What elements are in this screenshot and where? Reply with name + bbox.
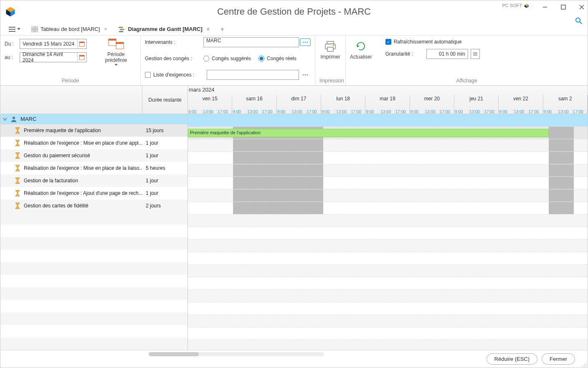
timeline-row [188, 227, 588, 240]
task-row[interactable]: Réalisation de l'exigence : Ajout d'une … [0, 187, 188, 199]
task-row[interactable]: Gestion de la facturation1 jour [0, 174, 188, 187]
gantt-bar[interactable]: Première maquette de l'application [188, 129, 549, 137]
gantt-body: MARC Première maquette de l'application1… [0, 114, 588, 350]
auto-refresh-label: Rafraîchissement automatique [394, 39, 462, 45]
intervenants-more-button[interactable]: ⋯ [300, 38, 311, 46]
task-row[interactable]: Gestion du paiement sécurisé1 jour [0, 149, 188, 162]
timeline-row [188, 240, 588, 252]
timeline-row [188, 290, 588, 302]
svg-rect-24 [327, 41, 334, 44]
hour-label: 17:00 [439, 110, 454, 114]
hour-label: 17:00 [484, 110, 498, 114]
svg-point-37 [585, 366, 586, 367]
from-date-input[interactable]: Vendredi 15 Mars 2024 [20, 39, 87, 49]
task-row[interactable]: Gestion des cartes de fidélité2 jours [0, 199, 188, 212]
footer: Réduire (ESC) Fermer [0, 350, 588, 368]
person-icon [10, 116, 17, 123]
tab-dashboard[interactable]: Tableau de bord [MARC] × [29, 24, 111, 34]
print-button[interactable]: Imprimer [320, 37, 340, 76]
hour-label: 9:00 [499, 110, 513, 114]
timeline-row [188, 177, 588, 189]
col-header-name[interactable] [0, 86, 142, 114]
svg-point-34 [585, 365, 586, 365]
add-tab-button[interactable]: + [218, 26, 227, 33]
empty-row [0, 262, 188, 275]
hour-label: 13:00 [291, 110, 306, 114]
maximize-button[interactable] [559, 3, 568, 11]
intervenants-input[interactable]: MARC [203, 37, 299, 47]
hour-label: 17:00 [306, 110, 321, 114]
chevron-down-icon [114, 64, 118, 66]
hour-label: 17:00 [395, 110, 410, 114]
reduce-button[interactable]: Réduire (ESC) [487, 353, 538, 365]
empty-row [0, 312, 188, 325]
svg-line-5 [580, 22, 582, 24]
timeline-row [188, 265, 588, 277]
refresh-button[interactable]: Actualiser [350, 37, 372, 76]
day-header: ven 229:0013:0017:00 [499, 95, 543, 114]
auto-refresh-checkbox[interactable]: ✓ [385, 39, 391, 45]
exigences-checkbox[interactable] [145, 72, 151, 78]
col-header-duration[interactable]: Durée restante [142, 86, 188, 114]
task-name: Réalisation de l'exigence : Mise en plac… [0, 140, 142, 146]
radio-conges-suggested[interactable]: Congés suggérés [203, 56, 251, 61]
granularity-input[interactable]: 01 h 00 min [426, 49, 468, 59]
timeline-row [188, 139, 588, 152]
day-header: mer 209:0013:0017:00 [410, 95, 454, 114]
task-name: Réalisation de l'exigence : Ajout d'une … [0, 190, 142, 197]
calendar-icon[interactable] [77, 39, 86, 49]
tab-gantt[interactable]: Diagramme de Gantt [MARC] × [116, 24, 213, 34]
task-row[interactable]: Première maquette de l'application15 jou… [0, 124, 188, 137]
hour-label: 13:00 [513, 110, 528, 114]
svg-rect-23 [116, 42, 124, 44]
calendar-icon[interactable] [77, 53, 86, 62]
close-footer-button[interactable]: Fermer [542, 353, 575, 365]
search-icon[interactable] [575, 17, 583, 25]
hour-label: 17:00 [573, 110, 587, 114]
timeline-body[interactable]: Première maquette de l'application [188, 114, 588, 350]
menu-button[interactable] [5, 26, 24, 33]
timeline-row [188, 189, 588, 202]
horizontal-scrollbar[interactable] [149, 352, 324, 356]
task-name: Gestion de la facturation [0, 177, 142, 184]
exigences-more-button[interactable]: ⋯ [300, 72, 311, 78]
window-controls [541, 3, 586, 11]
tab-close-icon[interactable]: × [102, 26, 109, 32]
task-duration: 1 jour [142, 178, 188, 184]
radio-conges-real[interactable]: Congés réels [259, 56, 297, 61]
task-list: MARC Première maquette de l'application1… [0, 114, 188, 350]
day-header: ven 159:0013:0017:00 [188, 95, 232, 114]
timeline-header[interactable]: mars 2024 ven 159:0013:0017:00sam 169:00… [188, 86, 588, 114]
hour-label: 13:00 [336, 110, 350, 114]
timeline-row [188, 152, 588, 164]
tab-label: Diagramme de Gantt [MARC] [128, 26, 202, 32]
ribbon: Du : Vendredi 15 Mars 2024 au : Dimanche… [0, 36, 588, 86]
exigences-label: Liste d'exigences : [153, 72, 207, 78]
tab-close-icon[interactable]: × [205, 26, 211, 32]
timeline-row [188, 302, 588, 315]
granularity-label: Granularité : [385, 51, 413, 57]
to-date-input[interactable]: Dimanche 14 Avril 2024 [20, 52, 87, 62]
close-button[interactable] [578, 3, 586, 11]
day-header: mar 199:0013:0017:00 [365, 95, 410, 114]
exigences-input[interactable] [207, 70, 299, 80]
refresh-icon [355, 41, 367, 52]
granularity-menu-button[interactable] [471, 49, 480, 59]
svg-rect-19 [79, 55, 84, 56]
svg-rect-15 [119, 31, 123, 32]
task-name: Gestion des cartes de fidélité [0, 202, 142, 209]
hour-label: 9:00 [321, 110, 336, 114]
task-row[interactable]: Réalisation de l'exigence : Mise en plac… [0, 162, 188, 174]
task-duration: 1 jour [142, 140, 188, 146]
svg-rect-13 [119, 27, 123, 28]
tab-label: Tableau de bord [MARC] [41, 26, 100, 32]
resize-grip-icon[interactable] [582, 362, 587, 367]
hour-label: 17:00 [350, 110, 365, 114]
minimize-button[interactable] [541, 3, 549, 11]
hour-label: 17:00 [217, 110, 232, 114]
period-preset-button[interactable]: Période prédéfinie [96, 37, 136, 76]
group-row[interactable]: MARC [0, 114, 188, 124]
task-row[interactable]: Réalisation de l'exigence : Mise en plac… [0, 137, 188, 149]
svg-rect-14 [120, 29, 124, 30]
hour-label: 13:00 [469, 110, 484, 114]
